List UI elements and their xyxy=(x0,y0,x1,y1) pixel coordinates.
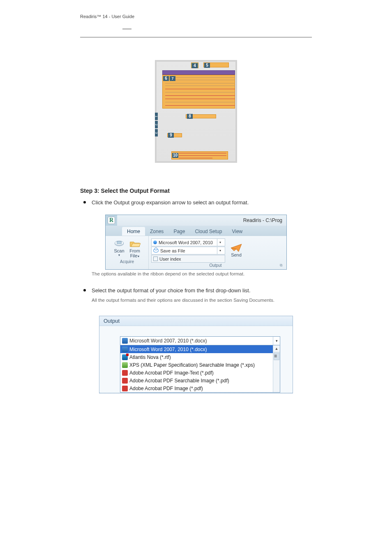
list-item[interactable]: XPS (XML Paper Specification) Searchable… xyxy=(120,361,273,369)
list-item[interactable]: Atlantis Nova (*.rtf) xyxy=(120,353,273,361)
cloud-icon xyxy=(153,249,159,252)
scroll-track[interactable] xyxy=(273,361,280,392)
tab-page[interactable]: Page xyxy=(168,227,190,236)
list-item[interactable]: Microsoft Word 2007, 2010 (*.docx) xyxy=(120,345,273,353)
globe-icon xyxy=(153,240,157,244)
list-item[interactable]: Adobe Acrobat PDF Searchable Image (*.pd… xyxy=(120,377,273,384)
paper-plane-icon xyxy=(230,243,242,252)
bullet2-text: Select the output format of your choice … xyxy=(92,287,274,294)
scan-button[interactable]: Scan ▾ xyxy=(112,238,126,258)
send-button[interactable]: Send xyxy=(227,242,246,259)
marker-8: 8 xyxy=(187,114,193,119)
filetype-listbox: Microsoft Word 2007, 2010 (*.docx) Atlan… xyxy=(120,345,280,393)
output-destination-field[interactable]: Save as File ▾ xyxy=(151,247,225,254)
svg-rect-2 xyxy=(117,242,122,244)
tab-view[interactable]: View xyxy=(227,227,247,236)
tab-zones[interactable]: Zones xyxy=(145,227,168,236)
marker-4: 4 xyxy=(192,63,198,68)
output-dialog-title: Output xyxy=(99,316,293,326)
bullet-icon xyxy=(83,201,86,204)
ribbon-figure: R Readiris - C:\Prog Home Zones Page Clo… xyxy=(105,215,287,270)
zones-preview-figure: 1 2 3 4 5 6 7 xyxy=(155,60,237,163)
xps-icon xyxy=(122,362,128,368)
list-item[interactable]: Adobe Acrobat PDF Image-Text (*.pdf) xyxy=(120,369,273,377)
filetype-combo-value: Microsoft Word 2007, 2010 (*.docx) xyxy=(129,338,207,344)
marker-7: 7 xyxy=(170,76,175,81)
marker-9: 9 xyxy=(168,133,174,138)
output-dialog: Output Microsoft Word 2007, 2010 (*.docx… xyxy=(99,316,293,393)
header-rule xyxy=(80,37,312,37)
output-group-title: Output xyxy=(151,263,280,268)
ribbon-tabs: Home Zones Page Cloud Setup View xyxy=(106,226,286,236)
rtf-icon xyxy=(122,354,128,360)
word-icon xyxy=(122,347,128,352)
marker-10: 10 xyxy=(172,153,178,158)
group-launcher-icon[interactable]: ⧉ xyxy=(280,263,284,268)
doc-header-title: Readiris™ 14 - User Guide xyxy=(80,14,134,19)
checkbox-icon[interactable] xyxy=(153,257,158,261)
list-item-label: Adobe Acrobat PDF Searchable Image (*.pd… xyxy=(129,378,229,384)
bullet2-note: All the output formats and their options… xyxy=(92,297,274,303)
chevron-down-icon[interactable]: ▾ xyxy=(217,247,223,254)
folder-open-icon xyxy=(129,238,141,248)
tab-home[interactable]: Home xyxy=(122,227,145,236)
output-destination-value: Save as File xyxy=(160,248,185,253)
scan-label: Scan xyxy=(114,248,124,253)
chevron-down-icon[interactable]: ▾ xyxy=(217,239,223,246)
output-format-field[interactable]: Microsoft Word 2007, 2010 ▾ xyxy=(151,238,225,246)
user-index-label: User index xyxy=(159,257,181,261)
list-item-label: Adobe Acrobat PDF Image (*.pdf) xyxy=(129,386,203,391)
filetype-combo[interactable]: Microsoft Word 2007, 2010 (*.docx) ▾ xyxy=(120,336,280,345)
list-item[interactable]: Adobe Acrobat PDF Image (*.pdf) xyxy=(120,384,273,392)
app-icon[interactable]: R xyxy=(106,215,117,226)
chevron-down-icon[interactable]: ▾ xyxy=(273,337,280,345)
list-item-label: XPS (XML Paper Specification) Searchable… xyxy=(129,362,255,368)
scrollbar[interactable]: ▲ ≡ xyxy=(273,345,280,392)
side-marker-2: 2 xyxy=(155,121,158,128)
marker-6: 6 xyxy=(163,76,169,81)
file-label: File xyxy=(130,253,138,258)
from-label: From xyxy=(129,248,140,253)
side-marker-1: 1 xyxy=(155,113,158,120)
output-format-value: Microsoft Word 2007, 2010 xyxy=(159,240,213,245)
tab-cloud-setup[interactable]: Cloud Setup xyxy=(190,227,227,236)
from-file-button[interactable]: From File▾ xyxy=(128,238,142,259)
bullet1-text: Click the Output group expansion arrow t… xyxy=(92,199,249,206)
send-label: Send xyxy=(231,252,242,257)
file-dropdown-icon[interactable]: ▾ xyxy=(138,254,139,258)
pdf-icon xyxy=(122,370,128,376)
pdf-icon xyxy=(122,386,128,391)
scanner-icon xyxy=(113,238,125,248)
word-icon xyxy=(122,338,128,344)
step3-heading: Step 3: Select the Output Format xyxy=(80,187,312,194)
list-item-label: Atlantis Nova (*.rtf) xyxy=(129,354,171,360)
marker-5: 5 xyxy=(204,63,210,68)
scroll-up-icon[interactable]: ▲ xyxy=(273,345,280,352)
window-title: Readiris - C:\Prog xyxy=(243,217,282,223)
user-index-field[interactable]: User index xyxy=(151,255,225,263)
side-marker-3: 3 xyxy=(155,129,158,136)
list-item-label: Microsoft Word 2007, 2010 (*.docx) xyxy=(129,347,207,352)
list-item-label: Adobe Acrobat PDF Image-Text (*.pdf) xyxy=(129,370,214,376)
header-underscore xyxy=(122,29,131,29)
bullet-icon xyxy=(83,289,86,291)
acquire-group-title: Acquire xyxy=(120,259,134,265)
svg-marker-3 xyxy=(231,244,242,252)
scan-dropdown-icon[interactable]: ▾ xyxy=(118,253,120,257)
ribbon-footnote: The options available in the ribbon depe… xyxy=(92,271,312,276)
scroll-thumb[interactable]: ≡ xyxy=(274,353,279,360)
pdf-icon xyxy=(122,378,128,384)
